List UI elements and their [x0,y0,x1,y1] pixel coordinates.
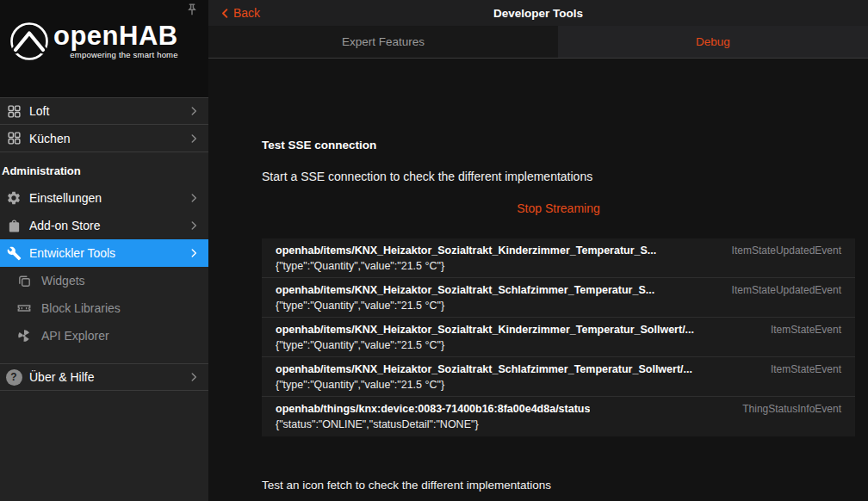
sidebar-item-label: Block Libraries [41,301,200,315]
brand-tagline: empowering the smart home [53,50,178,59]
wrench-icon [5,244,22,262]
sidebar: openHAB empowering the smart home Loft [0,0,208,501]
back-label: Back [233,6,260,20]
pin-icon[interactable] [183,2,202,21]
sse-event-row[interactable]: openhab/items/KNX_Heizaktor_Sozialtrakt_… [262,318,855,357]
sidebar-item-label: Küchen [29,132,188,145]
sidebar-item-label: Entwickler Tools [29,246,188,260]
event-payload: {"type":"Quantity","value":"21.5 °C"} [276,258,841,274]
tab-debug[interactable]: Debug [558,26,868,58]
page-title: Developer Tools [208,7,868,20]
sidebar-item-label: Einstellungen [29,191,188,205]
event-type: ItemStateEvent [771,322,841,337]
sse-event-row[interactable]: openhab/things/knx:device:0083-71400b16:… [262,397,855,436]
openhab-logo-icon [9,21,50,62]
event-payload: {"type":"Quantity","value":"21.5 °C"} [276,377,841,393]
grid-icon [5,102,22,120]
chevron-right-icon [188,105,200,117]
sidebar-item-entwickler-tools[interactable]: Entwickler Tools [0,239,208,267]
event-payload: {"type":"Quantity","value":"21.5 °C"} [276,298,841,313]
chevron-right-icon [188,220,200,232]
administration-header: Administration [0,152,208,184]
tabbar: Expert Features Debug [208,26,868,59]
sidebar-logo-area: openHAB empowering the smart home [0,0,208,97]
sse-description: Start a SSE connection to check the diff… [262,170,592,183]
event-type: ItemStateUpdatedEvent [732,243,841,258]
sidebar-item-kuechen[interactable]: Küchen [0,125,208,152]
ticket-icon [16,300,33,317]
sidebar-item-label: Über & Hilfe [29,370,188,384]
sse-event-row[interactable]: openhab/items/KNX_Heizaktor_Sozialtrakt_… [262,238,855,278]
event-type: ItemStateUpdatedEvent [732,282,841,298]
tab-expert-features[interactable]: Expert Features [208,26,558,58]
chevron-right-icon [188,371,200,383]
sidebar-menu: Loft Küchen Administration Einstellunge [0,97,208,391]
sidebar-item-label: API Explorer [41,329,200,343]
grid-icon [5,130,22,147]
chevron-right-icon [188,247,200,259]
icon-test-description: Test an icon fetch to check the differen… [262,479,551,492]
sidebar-item-block-libraries[interactable]: Block Libraries [0,294,208,322]
event-topic: openhab/things/knx:device:0083-71400b16:… [276,401,590,417]
sidebar-item-widgets[interactable]: Widgets [0,267,208,294]
event-topic: openhab/items/KNX_Heizaktor_Sozialtrakt_… [276,282,654,298]
sidebar-item-addon-store[interactable]: Add-on Store [0,212,208,239]
sidebar-item-api-explorer[interactable]: API Explorer [0,322,208,349]
bag-icon [5,217,22,234]
sidebar-item-label: Add-on Store [29,219,188,232]
chevron-right-icon [188,133,200,145]
tab-label: Expert Features [342,35,425,48]
sse-section-title: Test SSE connection [262,139,376,152]
event-type: ItemStateEvent [771,362,841,377]
widgets-icon [16,272,33,289]
question-icon: ? [5,368,22,386]
event-topic: openhab/items/KNX_Heizaktor_Sozialtrakt_… [276,362,692,377]
api-icon [16,327,33,344]
event-type: ThingStatusInfoEvent [742,401,841,417]
chevron-right-icon [188,192,200,204]
event-topic: openhab/items/KNX_Heizaktor_Sozialtrakt_… [276,322,694,337]
event-payload: {"status":"ONLINE","statusDetail":"NONE"… [276,417,841,432]
chevron-left-icon [219,7,232,20]
event-payload: {"type":"Quantity","value":"21.5 °C"} [276,337,841,353]
gear-icon [5,189,22,207]
sidebar-item-ueber-hilfe[interactable]: ? Über & Hilfe [0,363,208,391]
brand-name: openHAB [53,23,178,49]
debug-content: Test SSE connection Start a SSE connecti… [208,59,868,501]
sidebar-item-label: Widgets [41,274,200,288]
sse-event-row[interactable]: openhab/items/KNX_Heizaktor_Sozialtrakt_… [262,278,855,318]
stop-streaming-button[interactable]: Stop Streaming [262,201,855,215]
topbar: Back Developer Tools [208,0,868,26]
openhab-logo: openHAB empowering the smart home [0,0,208,62]
back-button[interactable]: Back [219,6,260,20]
event-topic: openhab/items/KNX_Heizaktor_Sozialtrakt_… [276,243,656,258]
sidebar-item-label: Loft [29,104,188,118]
sidebar-item-einstellungen[interactable]: Einstellungen [0,184,208,212]
sse-event-row[interactable]: openhab/items/KNX_Heizaktor_Sozialtrakt_… [262,357,855,397]
sidebar-spacer [0,349,208,363]
sse-event-list: openhab/items/KNX_Heizaktor_Sozialtrakt_… [262,238,855,436]
sidebar-item-loft[interactable]: Loft [0,97,208,125]
tab-label: Debug [696,35,730,48]
